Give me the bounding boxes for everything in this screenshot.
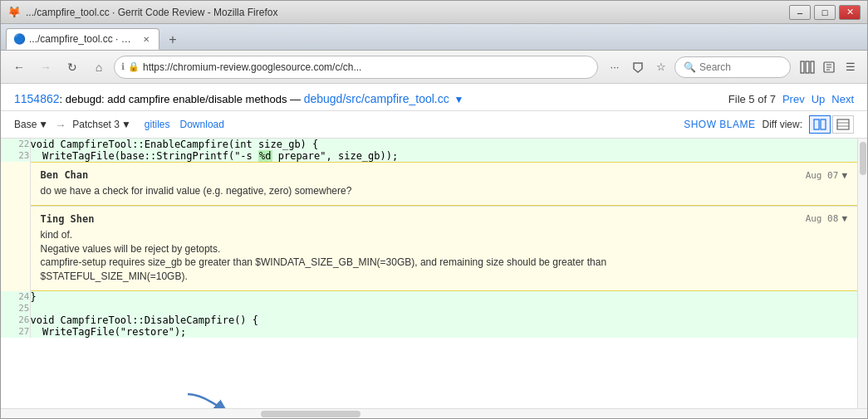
change-title: : debugd: add campfire enable/disable me… xyxy=(60,93,302,105)
info-icon: ℹ xyxy=(121,61,125,72)
show-blame-button[interactable]: SHOW BLAME xyxy=(684,119,755,130)
tab-favicon: 🔵 xyxy=(13,33,25,45)
tab-label: .../campfire_tool.cc · Gerrit Co xyxy=(29,33,137,45)
nav-bar: ← → ↻ ⌂ ℹ 🔒 https://chromium-review.goog… xyxy=(1,51,867,84)
download-link[interactable]: Download xyxy=(180,119,224,130)
comment-header-2: Ting Shen Aug 08 ▼ xyxy=(41,213,848,225)
comment-row-1: Ben Chan Aug 07 ▼ do we have a check for… xyxy=(1,162,857,291)
unified-view-button[interactable] xyxy=(832,115,854,134)
bookmark-button[interactable]: ☆ xyxy=(651,57,671,77)
line-number: 27 xyxy=(1,326,30,338)
comment-cell: Ben Chan Aug 07 ▼ do we have a check for… xyxy=(30,162,857,291)
diff-line-25: 25 xyxy=(1,303,857,314)
minimize-button[interactable]: – xyxy=(789,5,811,20)
comment-gutter xyxy=(1,162,30,291)
active-tab[interactable]: 🔵 .../campfire_tool.cc · Gerrit Co ✕ xyxy=(6,28,159,50)
new-tab-button[interactable]: + xyxy=(161,30,184,50)
line-number: 22 xyxy=(1,139,30,150)
comment-text-2: kind of. Negative values will be reject … xyxy=(41,228,848,284)
comment-dropdown-1[interactable]: ▼ xyxy=(841,170,847,181)
vertical-scrollbar[interactable] xyxy=(857,139,867,408)
overflow-menu-button[interactable]: ☰ xyxy=(841,57,861,77)
close-button[interactable]: ✕ xyxy=(839,5,861,20)
search-box[interactable]: 🔍 xyxy=(674,56,791,78)
search-input[interactable] xyxy=(699,61,774,73)
line-code: WriteTagFile(base::StringPrintf("-s %d p… xyxy=(30,150,857,162)
home-button[interactable]: ⌂ xyxy=(87,56,110,79)
change-info: 1154862: debugd: add campfire enable/dis… xyxy=(14,92,463,105)
diff-table: 22 void CampfireTool::EnableCampfire(int… xyxy=(1,139,857,338)
diff-content[interactable]: 22 void CampfireTool::EnableCampfire(int… xyxy=(1,139,857,408)
horizontal-scrollbar[interactable] xyxy=(1,408,867,418)
line-code: } xyxy=(30,291,857,303)
page-content: 1154862: debugd: add campfire enable/dis… xyxy=(1,84,867,418)
base-label: Base xyxy=(14,119,37,130)
address-bar[interactable]: ℹ 🔒 https://chromium-review.googlesource… xyxy=(114,56,598,79)
diff-view-buttons xyxy=(809,115,854,134)
window-title: .../campfire_tool.cc · Gerrit Code Revie… xyxy=(26,7,789,18)
pocket-button[interactable] xyxy=(628,57,648,77)
prev-file-link[interactable]: Prev xyxy=(782,93,805,105)
nav-more-area: ··· ☆ xyxy=(605,57,671,77)
line-code: void CampfireTool::DisableCampfire() { xyxy=(30,314,857,326)
next-file-link[interactable]: Next xyxy=(831,93,854,105)
tab-close-button[interactable]: ✕ xyxy=(140,33,152,45)
comment-line-2: Negative values will be reject by getopt… xyxy=(41,243,221,255)
comment-dropdown-2[interactable]: ▼ xyxy=(841,213,847,224)
svg-rect-0 xyxy=(801,61,804,73)
file-count: File 5 of 7 xyxy=(728,93,776,105)
comment-line-3: campfire-setup requires size_gb be great… xyxy=(41,256,607,268)
file-path-link[interactable]: debugd/src/campfire_tool.cc xyxy=(304,92,449,105)
commenter-name-1: Ben Chan xyxy=(41,169,89,181)
gerrit-header: 1154862: debugd: add campfire enable/dis… xyxy=(1,84,867,111)
comment-ting-shen: Ting Shen Aug 08 ▼ kind of. Negative xyxy=(31,206,858,291)
file-navigation: File 5 of 7 Prev Up Next xyxy=(728,93,854,105)
svg-rect-9 xyxy=(837,119,849,129)
comment-text-1: do we have a check for invalid value (e.… xyxy=(41,184,848,198)
forward-button[interactable]: → xyxy=(34,56,57,79)
reader-view-icon[interactable] xyxy=(819,57,839,77)
arrow-indicator xyxy=(179,386,254,408)
title-bar: 🦊 .../campfire_tool.cc · Gerrit Code Rev… xyxy=(1,1,867,24)
diff-area: 22 void CampfireTool::EnableCampfire(int… xyxy=(1,139,867,408)
svg-rect-8 xyxy=(821,119,826,129)
gitiles-link[interactable]: gitiles xyxy=(145,119,170,130)
patchset-selector[interactable]: Patchset 3 ▼ xyxy=(72,119,131,130)
browser-window: 🦊 .../campfire_tool.cc · Gerrit Code Rev… xyxy=(0,0,868,419)
commenter-name-2: Ting Shen xyxy=(41,213,95,225)
h-scrollbar-thumb[interactable] xyxy=(261,411,360,417)
diff-line-26: 26 void CampfireTool::DisableCampfire() … xyxy=(1,314,857,326)
reload-button[interactable]: ↻ xyxy=(61,56,84,79)
up-link[interactable]: Up xyxy=(812,93,826,105)
side-by-side-view-button[interactable] xyxy=(809,115,831,134)
diff-line-27: 27 WriteTagFile("restore"); xyxy=(1,326,857,338)
dropdown-icon[interactable]: ▼ xyxy=(454,94,463,105)
line-number: 23 xyxy=(1,150,30,162)
more-button[interactable]: ··· xyxy=(605,57,625,77)
diff-line-24: 24 } xyxy=(1,291,857,303)
maximize-button[interactable]: □ xyxy=(814,5,836,20)
comment-line-4: $STATEFUL_SIZE_MIN(=10GB). xyxy=(41,270,188,282)
patchset-dropdown-icon: ▼ xyxy=(121,119,131,130)
scrollbar-thumb[interactable] xyxy=(860,142,866,175)
extra-nav-icons: ☰ xyxy=(797,57,861,77)
line-number: 26 xyxy=(1,314,30,326)
comment-line-1: kind of. xyxy=(41,229,73,241)
browser-icon: 🦊 xyxy=(7,6,21,19)
svg-rect-2 xyxy=(811,61,814,73)
comment-header-1: Ben Chan Aug 07 ▼ xyxy=(41,169,848,181)
separator-arrow: → xyxy=(55,119,66,131)
back-button[interactable]: ← xyxy=(7,56,31,79)
line-number: 24 xyxy=(1,291,30,303)
diff-line-22: 22 void CampfireTool::EnableCampfire(int… xyxy=(1,139,857,150)
comment-date-2: Aug 08 xyxy=(806,213,839,224)
comment-ben-chan: Ben Chan Aug 07 ▼ do we have a check for… xyxy=(31,162,858,206)
diff-view-label: Diff view: xyxy=(763,119,802,130)
library-icon[interactable] xyxy=(797,57,817,77)
change-id-link[interactable]: 1154862 xyxy=(14,92,60,105)
line-code xyxy=(30,303,857,314)
patchset-label: Patchset 3 xyxy=(72,119,120,130)
base-selector[interactable]: Base ▼ xyxy=(14,119,48,130)
lock-icon: 🔒 xyxy=(128,61,140,72)
url-text: https://chromium-review.googlesource.com… xyxy=(143,61,591,73)
